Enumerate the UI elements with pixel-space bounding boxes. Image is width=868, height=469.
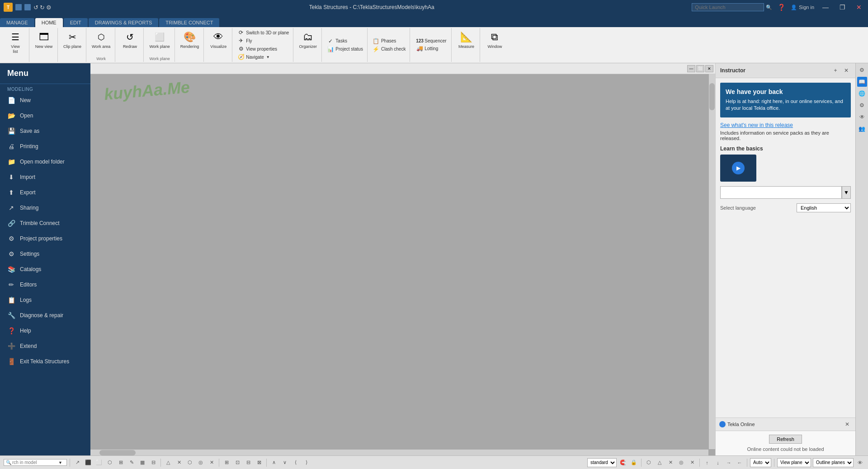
navigate-btn[interactable]: 🧭 Navigate ▼: [236, 53, 290, 61]
switch-3d-btn[interactable]: ⟳ Switch to 3D or plane: [236, 29, 290, 36]
viewport-minimize-btn[interactable]: —: [687, 65, 695, 72]
clip-plane-btn[interactable]: ✂ Clip plane: [61, 29, 83, 50]
visualize-btn[interactable]: 👁 Visualize: [208, 29, 229, 50]
select-btn-4[interactable]: ⬡: [105, 458, 114, 467]
tool-btn-4[interactable]: ⊠: [255, 458, 264, 467]
view-list-btn[interactable]: ☰ Viewlist: [5, 29, 26, 55]
lock-btn[interactable]: 🔒: [629, 458, 638, 467]
tab-manage[interactable]: MANAGE: [0, 18, 34, 27]
fly-btn[interactable]: ✈ Fly: [236, 37, 290, 44]
snap-btn-1[interactable]: △: [164, 458, 173, 467]
tekla-online-close-btn[interactable]: ✕: [843, 420, 852, 429]
menu-item-exit[interactable]: 🚪 Exit Tekla Structures: [0, 354, 90, 369]
lang-select[interactable]: English Finnish German French Spanish: [797, 203, 851, 212]
rendering-btn[interactable]: 🎨 Rendering: [179, 29, 201, 50]
select-btn-2[interactable]: ⬛: [84, 458, 93, 467]
play-button[interactable]: ▶: [732, 162, 745, 174]
menu-item-printing[interactable]: 🖨 Printing: [0, 139, 90, 154]
organizer-btn[interactable]: 🗂 Organizer: [297, 29, 319, 50]
arr-btn-1[interactable]: ↑: [703, 458, 712, 467]
undo-btn[interactable]: ↺: [33, 4, 38, 11]
instructor-close-btn[interactable]: ✕: [842, 66, 851, 75]
sidebar-icon-people[interactable]: 👥: [857, 124, 867, 134]
lotting-btn[interactable]: 🚚 Lotting: [415, 45, 448, 52]
work-area-btn[interactable]: ⬡ Work area: [90, 29, 112, 50]
close-btn[interactable]: ✕: [854, 3, 864, 12]
view-plane-select[interactable]: View plane: [777, 458, 811, 467]
tab-home[interactable]: HOME: [35, 18, 63, 27]
project-status-btn[interactable]: 📊 Project status: [326, 46, 364, 53]
snap-btn-3[interactable]: ⬡: [185, 458, 194, 467]
history-btn[interactable]: ⚙: [46, 4, 52, 11]
navigate-dropdown-icon[interactable]: ▼: [266, 55, 270, 59]
select-btn-7[interactable]: ▦: [138, 458, 147, 467]
menu-item-logs[interactable]: 📋 Logs: [0, 292, 90, 308]
menu-item-diagnose-repair[interactable]: 🔧 Diagnose & repair: [0, 308, 90, 323]
menu-item-export[interactable]: ⬆ Export: [0, 185, 90, 200]
select-btn-3[interactable]: ⬜: [94, 458, 104, 467]
sidebar-icon-globe[interactable]: 🌐: [857, 89, 867, 98]
menu-item-extend[interactable]: ➕ Extend: [0, 338, 90, 354]
filter-btn-1[interactable]: ⬡: [644, 458, 653, 467]
menu-item-trimble-connect[interactable]: 🔗 Trimble Connect: [0, 216, 90, 231]
quick-launch[interactable]: 🔍: [692, 3, 772, 11]
undo-redo-btns[interactable]: ↺ ↻ ⚙: [33, 4, 52, 11]
snap-btn-2[interactable]: ✕: [175, 458, 184, 467]
viewport-close-btn[interactable]: ✕: [705, 65, 713, 72]
tab-trimble[interactable]: TRIMBLE CONNECT: [159, 18, 219, 27]
menu-item-catalogs[interactable]: 📚 Catalogs: [0, 262, 90, 277]
filter-btn-4[interactable]: ◎: [677, 458, 686, 467]
auto-select[interactable]: Auto: [750, 458, 771, 467]
menu-item-open[interactable]: 📂 Open: [0, 108, 90, 123]
tab-edit[interactable]: EDIT: [64, 18, 88, 27]
sequencer-btn[interactable]: 123 Sequencer: [415, 38, 448, 44]
instructor-video-thumb[interactable]: ▶: [720, 155, 756, 182]
filter-btn-3[interactable]: ✕: [666, 458, 675, 467]
sidebar-icon-settings[interactable]: ⚙: [857, 65, 867, 75]
select-btn-5[interactable]: ⊞: [116, 458, 125, 467]
viewport-scrollbar-horizontal[interactable]: [90, 449, 708, 455]
extra-btn-4[interactable]: ⟩: [302, 458, 311, 467]
minimize-btn[interactable]: —: [820, 3, 831, 12]
menu-item-save-as[interactable]: 💾 Save as: [0, 123, 90, 139]
viewport-restore-btn[interactable]: ⬜: [696, 65, 704, 72]
restore-btn[interactable]: ❐: [837, 3, 848, 12]
quick-launch-input[interactable]: [692, 3, 764, 11]
tool-btn-3[interactable]: ⊟: [244, 458, 253, 467]
filter-btn-5[interactable]: ✕: [688, 458, 697, 467]
view-mode-select[interactable]: standard: [587, 458, 617, 467]
select-btn-8[interactable]: ⊟: [149, 458, 158, 467]
tasks-btn[interactable]: ✓ Tasks: [326, 38, 364, 45]
refresh-btn[interactable]: Refresh: [769, 435, 802, 444]
viewport-window[interactable]: — ⬜ ✕ kuyhAa.Me: [90, 63, 715, 455]
snap-btn-5[interactable]: ✕: [207, 458, 216, 467]
snap-btn-4[interactable]: ◎: [196, 458, 205, 467]
arr-btn-2[interactable]: ↓: [713, 458, 722, 467]
sidebar-icon-gear2[interactable]: ⚙: [857, 100, 867, 110]
outline-planes-select[interactable]: Outline planes: [813, 458, 854, 467]
viewport-scrollbar-vertical[interactable]: [708, 74, 715, 449]
work-plane-btn[interactable]: ⬜ Work plane: [147, 29, 171, 50]
instructor-add-btn[interactable]: +: [831, 66, 840, 75]
filter-btn-2[interactable]: △: [655, 458, 664, 467]
eye-toggle-btn[interactable]: 👁: [855, 458, 864, 467]
menu-item-open-model-folder[interactable]: 📁 Open model folder: [0, 154, 90, 169]
menu-item-new[interactable]: 📄 New: [0, 93, 90, 108]
select-btn-1[interactable]: ↗: [73, 458, 82, 467]
sign-in-btn[interactable]: 👤 Sign in: [791, 5, 814, 10]
sidebar-icon-instructor[interactable]: 📖: [857, 77, 867, 87]
menu-item-help[interactable]: ❓ Help: [0, 323, 90, 338]
tool-btn-1[interactable]: ⊞: [222, 458, 231, 467]
phases-btn[interactable]: 📋 Phases: [371, 38, 407, 45]
new-view-btn[interactable]: 🗖 New view: [33, 29, 55, 50]
redo-btn[interactable]: ↻: [40, 4, 45, 11]
menu-item-sharing[interactable]: ↗ Sharing: [0, 200, 90, 216]
video-selector-arrow[interactable]: ▼: [842, 186, 851, 199]
extra-btn-1[interactable]: ∧: [269, 458, 278, 467]
tab-drawings[interactable]: DRAWINGS & REPORTS: [89, 18, 159, 27]
search-icon[interactable]: 🔍: [766, 5, 772, 10]
tool-btn-2[interactable]: ⊡: [233, 458, 242, 467]
arr-btn-4[interactable]: ←: [735, 458, 744, 467]
arr-btn-3[interactable]: →: [724, 458, 733, 467]
clash-check-btn[interactable]: ⚡ Clash check: [371, 46, 407, 53]
